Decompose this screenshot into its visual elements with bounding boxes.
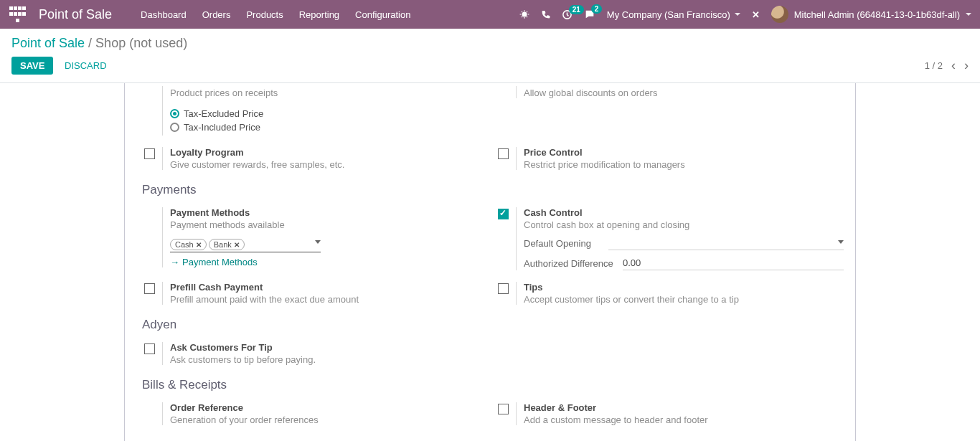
company-selector[interactable]: My Company (San Francisco) [607,9,740,20]
pricecontrol-desc: Restrict price modification to managers [524,159,844,170]
auth-diff-input[interactable] [623,256,844,270]
tag-bank-remove[interactable]: ✕ [234,241,240,249]
nav-products[interactable]: Products [246,9,283,20]
save-button[interactable]: SAVE [11,57,53,75]
breadcrumb-root[interactable]: Point of Sale [11,36,85,50]
checkbox-loyalty[interactable] [144,148,155,159]
checkbox-tips[interactable] [498,283,509,294]
chevron-down-icon [966,13,971,16]
tag-cash-remove[interactable]: ✕ [196,241,202,249]
radio-dot-selected [170,109,179,118]
tag-bank: Bank✕ [209,239,245,250]
checkbox-price-control[interactable] [498,148,509,159]
svg-point-0 [522,12,527,17]
topbar: Point of Sale Dashboard Orders Products … [0,0,980,29]
payment-methods-input[interactable]: Cash✕ Bank✕ [170,237,321,252]
messages-icon[interactable]: 2 [584,9,595,20]
checkbox-ask-tip[interactable] [144,343,155,354]
tips-desc: Accept customer tips or convert their ch… [524,294,844,305]
messages-badge: 2 [591,4,603,14]
pager-text: 1 / 2 [925,60,943,71]
nav-reporting[interactable]: Reporting [299,9,339,20]
chevron-down-icon[interactable] [838,240,844,244]
radio-tax-excluded[interactable]: Tax-Excluded Price [170,108,490,119]
nav-dashboard[interactable]: Dashboard [141,9,187,20]
arrow-right-icon: → [170,257,179,267]
breadcrumb: Point of Sale / Shop (not used) [11,36,969,51]
section-adyen: Adyen [142,318,844,332]
user-name: Mitchell Admin (664841-13-0-1b63df-all) [794,9,960,20]
orderref-desc: Generation of your order references [170,414,490,425]
headerfooter-title: Header & Footer [524,402,844,413]
checkbox-cash-control[interactable] [498,209,509,219]
askfortip-title: Ask Customers For Tip [170,342,490,353]
prefill-desc: Prefill amount paid with the exact due a… [170,294,490,305]
control-panel: Point of Sale / Shop (not used) SAVE DIS… [0,29,980,83]
chevron-down-icon[interactable] [315,240,321,244]
orderref-title: Order Reference [170,402,490,413]
default-opening-input[interactable] [608,236,844,250]
askfortip-desc: Ask customers to tip before paying. [170,354,490,365]
section-bills: Bills & Receipts [142,378,844,392]
activity-badge: 21 [569,5,584,14]
default-opening-label: Default Opening [524,238,603,249]
chevron-down-icon [735,13,740,16]
cashcontrol-desc: Control cash box at opening and closing [524,219,844,230]
nav-orders[interactable]: Orders [202,9,231,20]
discard-button[interactable]: DISCARD [56,57,116,75]
nav-menu: Dashboard Orders Products Reporting Conf… [141,9,410,20]
cutoff-text-left: Product prices on receipts [170,87,490,98]
checkbox-header-footer[interactable] [498,404,509,414]
radio-tax-included[interactable]: Tax-Included Price [170,122,490,133]
close-icon[interactable]: ✕ [752,9,760,20]
apps-icon[interactable] [9,6,26,23]
nav-configuration[interactable]: Configuration [355,9,410,20]
loyalty-title: Loyalty Program [170,147,490,158]
pricecontrol-title: Price Control [524,147,844,158]
pager: 1 / 2 ‹ › [925,58,969,73]
headerfooter-desc: Add a custom message to header and foote… [524,414,844,425]
payment-methods-link[interactable]: →Payment Methods [170,257,490,267]
app-title: Point of Sale [39,7,112,22]
cashcontrol-title: Cash Control [524,207,844,218]
main-scroll[interactable]: Product prices on receipts Tax-Excluded … [0,83,980,441]
section-payments: Payments [142,183,844,197]
pager-prev[interactable]: ‹ [951,58,956,73]
tips-title: Tips [524,282,844,293]
pager-next[interactable]: › [964,58,969,73]
cutoff-text-right: Allow global discounts on orders [524,87,844,98]
checkbox-prefill-cash[interactable] [144,283,155,294]
form-sheet: Product prices on receipts Tax-Excluded … [124,83,856,441]
activity-icon[interactable]: 21 [562,9,573,20]
loyalty-desc: Give customer rewards, free samples, etc… [170,159,490,170]
debug-icon[interactable] [519,9,529,19]
tag-cash: Cash✕ [170,239,207,250]
auth-diff-label: Authorized Difference [524,258,617,269]
user-menu[interactable]: Mitchell Admin (664841-13-0-1b63df-all) [771,6,971,23]
avatar [771,6,788,23]
radio-dot [170,123,179,132]
company-name: My Company (San Francisco) [607,9,730,20]
breadcrumb-current: Shop (not used) [95,36,187,50]
paymethods-title: Payment Methods [170,207,490,218]
phone-icon[interactable] [541,10,550,19]
prefill-title: Prefill Cash Payment [170,282,490,293]
paymethods-desc: Payment methods available [170,219,490,230]
